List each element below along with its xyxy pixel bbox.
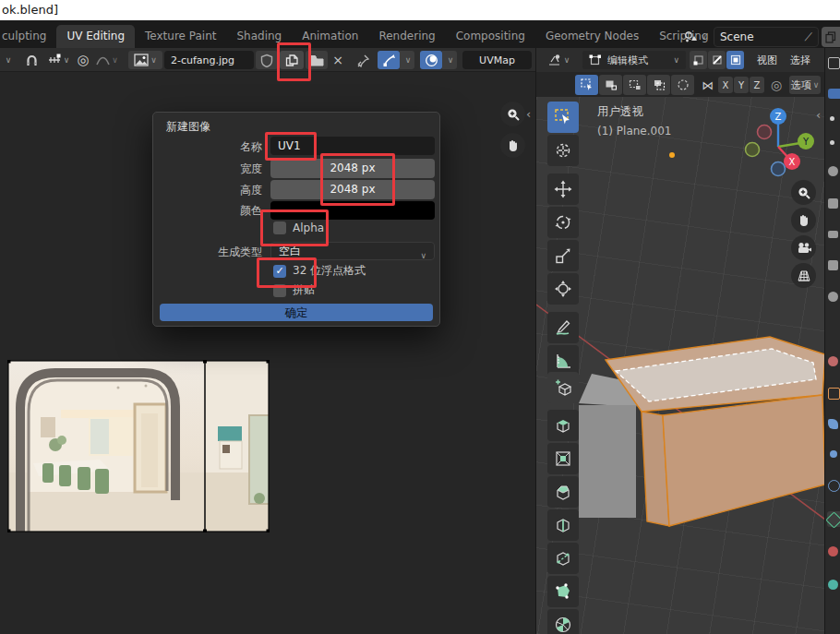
lasso-select-tool[interactable] [647,75,670,95]
tab-rendering[interactable]: Rendering [368,25,445,48]
viewport-scene [536,97,824,634]
tab-render-icon[interactable] [828,198,838,209]
mirror-z-button[interactable]: Z [750,77,764,93]
tool-loop-cut[interactable] [547,509,579,541]
tab-material-icon[interactable] [828,546,838,556]
select-subtract-icon [653,78,666,91]
gizmo-y-label: Y [802,137,810,147]
pin-icon[interactable]: ⟋ [805,30,812,43]
tool-spin[interactable] [547,609,579,634]
select-add-icon [629,78,642,91]
tab-dot-icon[interactable] [830,116,834,121]
scene-selector: ∨ Scene ⟋ [679,27,840,47]
select-menu[interactable]: 选择 [785,51,816,69]
channels-dropdown[interactable]: ∨ [442,51,457,69]
options-dropdown[interactable]: 选项∨ [789,76,821,94]
editor-type-dropdown-3d[interactable]: ∨ [542,51,575,69]
uv-pan-button[interactable] [500,133,525,158]
tab-tool-icon[interactable] [828,166,838,176]
face-mode-button[interactable] [726,51,744,69]
image-icon [134,54,149,66]
tool-inset-faces[interactable] [547,443,579,474]
proportional-editing-toggle[interactable]: ◎ [74,51,92,69]
unlink-image-button[interactable]: × [329,51,347,69]
tab-dot-icon[interactable] [830,140,834,145]
mirror-y-button[interactable]: Y [734,77,749,93]
tool-box-select[interactable] [547,102,579,133]
gizmos-dropdown[interactable]: ∨ [400,51,414,69]
view-menu[interactable]: 视图 [751,51,783,69]
tool-poly-build[interactable] [547,576,579,607]
tab-physics-icon[interactable] [828,480,840,492]
mirror-button[interactable]: ⋈ [699,75,717,95]
tab-uv-editing[interactable]: UV Editing [56,25,135,48]
display-channels-button[interactable] [420,51,442,69]
tool-scale[interactable] [547,240,579,271]
scene-browse-button[interactable]: ∨ [679,27,711,47]
tab-modifiers-icon[interactable] [828,419,838,429]
mode-selector[interactable]: 编辑模式 ∨ [582,51,686,69]
tool-cursor[interactable] [547,135,579,166]
uv-image-preview[interactable] [7,360,270,532]
tool-move[interactable] [547,173,579,205]
new-scene-button[interactable] [822,27,840,47]
properties-editor-type-icon[interactable] [828,57,840,69]
navigation-gizmo[interactable]: Z Y X [740,103,814,177]
box-select-cursor-icon [581,78,594,91]
editor-type-dropdown[interactable]: ∨ [0,51,15,69]
tool-knife[interactable] [547,543,579,574]
image-name-field[interactable]: 2-cufang.jpg [164,51,254,69]
tab-scene-icon[interactable] [828,292,838,302]
bevel-icon [554,483,572,501]
tool-annotate[interactable] [547,312,579,343]
ok-button[interactable]: 确定 [160,304,433,321]
circle-select-tool[interactable] [623,75,646,95]
viewport-3d[interactable]: 用户透视 (1) Plane.001 [535,97,824,634]
fake-user-button[interactable] [256,51,278,69]
mirror-x-button[interactable]: X [718,77,733,93]
gray-box-front[interactable] [579,405,636,518]
box-select-tool[interactable] [599,75,622,95]
viewport-sidebar-collapse[interactable]: ‹ [816,110,821,121]
vertex-mode-button[interactable] [690,51,707,69]
tab-sculpting[interactable]: culpting [0,25,56,48]
viewport-camera-button[interactable] [791,235,816,260]
uv-map-field[interactable]: UVMap [462,51,532,69]
camera-icon [797,242,811,255]
tool-rotate[interactable] [547,207,579,238]
chevron-down-icon: ∨ [405,55,412,65]
view-perspective-label: 用户透视 [597,104,643,120]
snap-target-dropdown[interactable]: ∨ [43,51,73,69]
intersect-select-tool[interactable] [671,75,694,95]
browse-image-dropdown[interactable]: ∨ [128,51,162,69]
tab-output-icon[interactable] [828,231,838,238]
falloff-dropdown[interactable]: ∨ [93,51,121,69]
tab-compositing[interactable]: Compositing [446,25,535,48]
tool-bevel[interactable] [547,476,579,508]
tool-extrude-region[interactable] [547,410,579,441]
tab-view-layer-icon[interactable] [828,260,838,270]
scene-name-field[interactable]: Scene ⟋ [714,27,819,47]
viewport-ortho-button[interactable] [791,263,816,288]
gizmos-toggle-button[interactable] [378,51,400,69]
viewport-zoom-button[interactable] [791,180,816,205]
uv-zoom-button[interactable] [500,102,525,126]
tool-add-cube[interactable] [547,372,579,403]
tab-texture-icon[interactable] [828,580,838,590]
edge-mode-button[interactable] [708,51,726,69]
tool-transform[interactable] [547,273,579,305]
tab-tool-active[interactable] [828,89,840,99]
tab-object-icon[interactable] [828,388,840,400]
add-cube-icon [554,378,572,397]
tab-particles-icon[interactable] [830,450,837,458]
tweak-select-tool[interactable] [575,75,598,95]
proportional-editing-toggle-3d[interactable]: ◎ [767,75,786,95]
uv-editor-header: ∨ ∨ ◎ ∨ ∨ [0,48,535,72]
pin-image-button[interactable] [353,51,373,69]
snap-magnet-toggle[interactable] [20,51,42,69]
uv-sidebar-collapse[interactable]: ‹ [526,109,531,120]
tab-texture-paint[interactable]: Texture Paint [135,25,226,48]
tab-world-icon[interactable] [828,356,838,366]
tab-geometry-nodes[interactable]: Geometry Nodes [535,25,649,48]
viewport-pan-button[interactable] [791,208,816,233]
